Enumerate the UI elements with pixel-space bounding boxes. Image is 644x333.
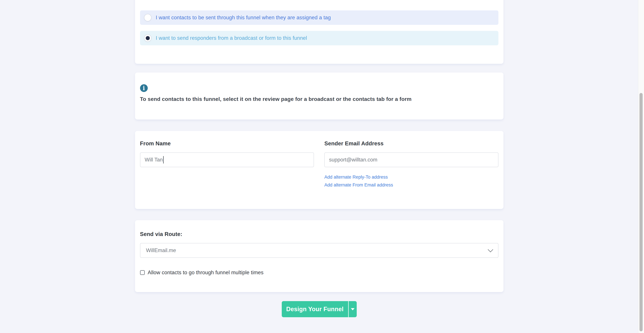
radio-unselected-icon[interactable] xyxy=(144,14,152,21)
route-select-value: WillEmail.me xyxy=(146,247,176,253)
multiple-times-label[interactable]: Allow contacts to go through funnel mult… xyxy=(148,269,264,276)
radio-dot xyxy=(146,36,150,40)
info-circle-icon: i xyxy=(140,84,148,92)
option-label: I want to send responders from a broadca… xyxy=(156,35,307,41)
scrollbar-thumb[interactable] xyxy=(640,93,643,331)
option-row-tag[interactable]: I want contacts to be sent through this … xyxy=(140,11,498,25)
action-row: Design Your Funnel xyxy=(135,301,504,333)
content-column: I want contacts to be sent through this … xyxy=(135,0,504,333)
add-reply-to-link[interactable]: Add alternate Reply-To address xyxy=(324,175,388,180)
sender-email-label: Sender Email Address xyxy=(324,140,498,147)
chevron-down-icon xyxy=(488,247,493,252)
route-card: Send via Route: WillEmail.me Allow conta… xyxy=(135,220,504,292)
info-text: To send contacts to this funnel, select … xyxy=(140,96,498,102)
radio-selected-icon[interactable] xyxy=(144,35,152,42)
from-name-column: From Name Will Tan xyxy=(140,140,314,188)
send-via-route-label: Send via Route: xyxy=(140,231,498,237)
caret-down-icon xyxy=(351,308,354,310)
from-name-input[interactable]: Will Tan xyxy=(140,152,314,167)
option-row-responders[interactable]: I want to send responders from a broadca… xyxy=(140,31,498,45)
design-funnel-button[interactable]: Design Your Funnel xyxy=(282,301,349,317)
design-funnel-split-button: Design Your Funnel xyxy=(282,301,357,317)
add-from-email-link[interactable]: Add alternate From Email address xyxy=(324,182,393,188)
entry-options-card: I want contacts to be sent through this … xyxy=(135,0,504,64)
text-cursor xyxy=(163,156,164,163)
page-viewport: I want contacts to be sent through this … xyxy=(0,0,638,333)
multiple-times-checkbox[interactable] xyxy=(140,270,145,275)
sender-email-input[interactable]: support@willtan.com xyxy=(324,152,498,167)
design-funnel-dropdown-toggle[interactable] xyxy=(349,301,357,317)
sender-card: From Name Will Tan Sender Email Address … xyxy=(135,131,504,209)
from-name-label: From Name xyxy=(140,140,314,147)
route-select[interactable]: WillEmail.me xyxy=(140,243,498,258)
info-card: i To send contacts to this funnel, selec… xyxy=(135,73,504,120)
sender-email-value: support@willtan.com xyxy=(329,157,377,163)
option-label: I want contacts to be sent through this … xyxy=(156,15,331,21)
from-name-value: Will Tan xyxy=(145,157,163,163)
multiple-times-row: Allow contacts to go through funnel mult… xyxy=(140,269,498,276)
sender-email-column: Sender Email Address support@willtan.com… xyxy=(324,140,498,188)
scrollbar-track[interactable] xyxy=(638,0,644,333)
